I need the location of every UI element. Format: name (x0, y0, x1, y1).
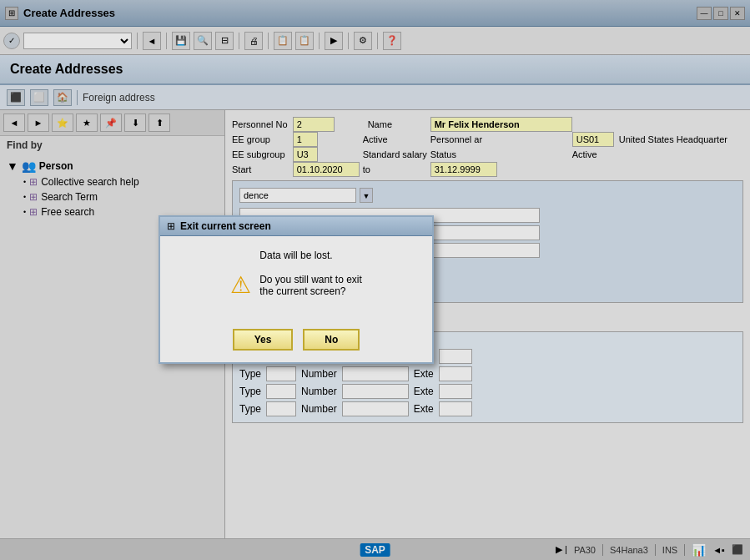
yes-button[interactable]: Yes (233, 329, 294, 351)
no-button[interactable]: No (303, 329, 360, 351)
dialog-warning-row: ⚠ Do you still want to exit the current … (177, 271, 415, 299)
dialog-message-3: the current screen? (259, 285, 362, 297)
dialog-body: Data will be lost. ⚠ Do you still want t… (160, 236, 432, 322)
dialog-titlebar: ⊞ Exit current screen (160, 217, 432, 236)
exit-dialog: ⊞ Exit current screen Data will be lost.… (159, 215, 434, 364)
dialog-title-text: Exit current screen (180, 220, 425, 232)
warning-icon: ⚠ (230, 271, 251, 299)
dialog-title-icon: ⊞ (167, 220, 175, 232)
dialog-message-1: Data will be lost. (177, 250, 415, 261)
dialog-message-2: Do you still want to exit (259, 274, 362, 285)
dialog-buttons: Yes No (160, 322, 432, 362)
dialog-overlay: ⊞ Exit current screen Data will be lost.… (0, 0, 750, 560)
